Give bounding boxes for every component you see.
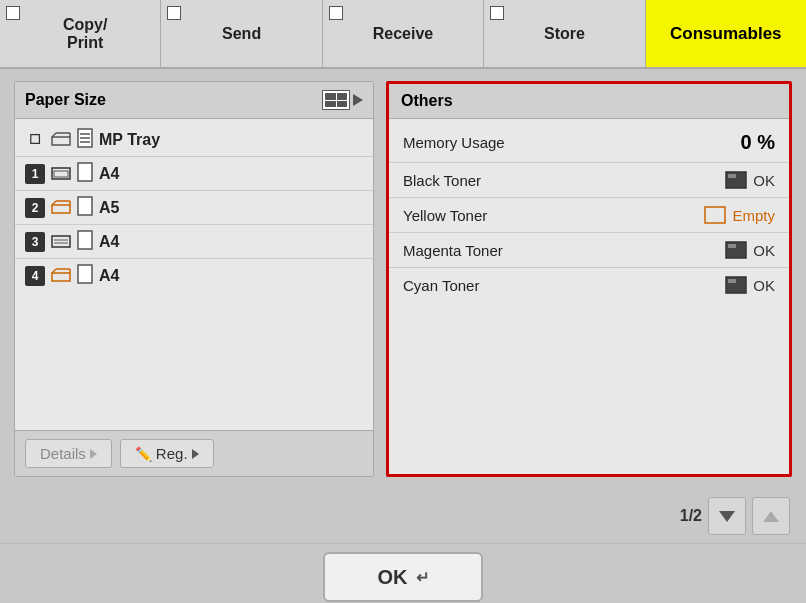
- black-toner-label: Black Toner: [403, 172, 725, 189]
- tab-copy-print-checkbox: [6, 6, 20, 20]
- magenta-toner-row: Magenta Toner OK: [389, 233, 789, 268]
- reg-chevron-icon: [192, 449, 199, 459]
- paper-size-title: Paper Size: [25, 91, 106, 109]
- svg-rect-26: [728, 174, 736, 178]
- tray-number-1: 1: [25, 164, 45, 184]
- ok-button[interactable]: OK ↵: [323, 552, 483, 602]
- yellow-toner-label: Yellow Toner: [403, 207, 704, 224]
- tray-list: ☐ MP Tra: [15, 119, 373, 430]
- tab-consumables-label: Consumables: [670, 24, 781, 44]
- tray-paper-icon-3: [77, 230, 93, 253]
- svg-rect-9: [54, 171, 68, 177]
- tab-store-checkbox: [490, 6, 504, 20]
- svg-rect-11: [52, 205, 70, 213]
- tab-store-label: Store: [544, 25, 585, 43]
- tray-paper-icon-1: [77, 162, 93, 185]
- tray-item-2[interactable]: 2 A5: [15, 191, 373, 225]
- tray-name-2: A5: [99, 199, 119, 217]
- yellow-toner-status: Empty: [732, 207, 775, 224]
- page-info: 1/2: [680, 507, 702, 525]
- cyan-toner-icon: [725, 276, 747, 294]
- tray-number-3: 3: [25, 232, 45, 252]
- tray-number-4: 4: [25, 266, 45, 286]
- tab-copy-print[interactable]: Copy/Print: [0, 0, 161, 67]
- tray-name-mp: MP Tray: [99, 131, 160, 149]
- black-toner-icon: [725, 171, 747, 189]
- pencil-icon: ✏️: [135, 446, 152, 462]
- others-panel: Others Memory Usage 0 % Black Toner OK: [386, 81, 792, 477]
- ok-checkmark-icon: ↵: [416, 568, 429, 587]
- tab-send[interactable]: Send: [161, 0, 322, 67]
- tray-number-2: 2: [25, 198, 45, 218]
- grid-icon: [322, 90, 350, 110]
- ok-bar: OK ↵: [0, 543, 806, 603]
- svg-rect-15: [78, 197, 92, 215]
- tray-name-4: A4: [99, 267, 119, 285]
- cyan-toner-row: Cyan Toner OK: [389, 268, 789, 302]
- tray-paper-icon-mp: [77, 128, 93, 151]
- chevron-up-icon: [763, 511, 779, 522]
- tray-item-3[interactable]: 3 A4: [15, 225, 373, 259]
- tray-icon-4: [51, 265, 71, 286]
- tray-name-3: A4: [99, 233, 119, 251]
- tab-copy-print-label: Copy/Print: [53, 16, 107, 52]
- tab-send-label: Send: [222, 25, 261, 43]
- tab-receive[interactable]: Receive: [323, 0, 484, 67]
- reg-button[interactable]: ✏️ Reg.: [120, 439, 214, 468]
- tray-name-1: A4: [99, 165, 119, 183]
- page-up-button[interactable]: [752, 497, 790, 535]
- tab-consumables[interactable]: Consumables: [646, 0, 806, 67]
- header-icon-group: [322, 90, 363, 110]
- svg-rect-16: [52, 236, 70, 247]
- tray-paper-icon-4: [77, 264, 93, 287]
- paper-size-header: Paper Size: [15, 82, 373, 119]
- black-toner-row: Black Toner OK: [389, 163, 789, 198]
- magenta-toner-icon: [725, 241, 747, 259]
- tab-receive-checkbox: [329, 6, 343, 20]
- details-label: Details: [40, 445, 86, 462]
- svg-rect-0: [52, 137, 70, 145]
- tab-store[interactable]: Store: [484, 0, 645, 67]
- memory-usage-row: Memory Usage 0 %: [389, 123, 789, 163]
- black-toner-status: OK: [753, 172, 775, 189]
- others-header: Others: [389, 84, 789, 119]
- cyan-toner-value: OK: [725, 276, 775, 294]
- others-content: Memory Usage 0 % Black Toner OK Yellow: [389, 119, 789, 474]
- tray-icon-1: [51, 163, 71, 184]
- tray-paper-icon-2: [77, 196, 93, 219]
- memory-usage-value: 0 %: [741, 131, 775, 154]
- svg-rect-31: [728, 279, 736, 283]
- tab-bar: Copy/Print Send Receive Store Consumable…: [0, 0, 806, 69]
- svg-rect-20: [52, 273, 70, 281]
- black-toner-value: OK: [725, 171, 775, 189]
- tray-item-mp[interactable]: ☐ MP Tra: [15, 123, 373, 157]
- magenta-toner-value: OK: [725, 241, 775, 259]
- others-title: Others: [401, 92, 453, 109]
- tray-icon-3: [51, 231, 71, 252]
- tray-icon-2: [51, 197, 71, 218]
- magenta-toner-status: OK: [753, 242, 775, 259]
- panel-footer: Details ✏️ Reg.: [15, 430, 373, 476]
- memory-usage-number: 0 %: [741, 131, 775, 154]
- tray-number-mp: ☐: [25, 130, 45, 150]
- arrow-right-icon: [353, 94, 363, 106]
- cyan-toner-label: Cyan Toner: [403, 277, 725, 294]
- svg-rect-10: [78, 163, 92, 181]
- tray-item-4[interactable]: 4 A4: [15, 259, 373, 292]
- magenta-toner-label: Magenta Toner: [403, 242, 725, 259]
- svg-rect-29: [728, 244, 736, 248]
- tray-item-1[interactable]: 1 A4: [15, 157, 373, 191]
- yellow-toner-value: Empty: [704, 206, 775, 224]
- reg-label: Reg.: [156, 445, 188, 462]
- page-down-button[interactable]: [708, 497, 746, 535]
- tab-send-checkbox: [167, 6, 181, 20]
- details-button[interactable]: Details: [25, 439, 112, 468]
- main-content: Paper Size ☐: [0, 69, 806, 489]
- svg-rect-24: [78, 265, 92, 283]
- details-chevron-icon: [90, 449, 97, 459]
- yellow-toner-icon: [704, 206, 726, 224]
- chevron-down-icon: [719, 511, 735, 522]
- ok-label: OK: [378, 566, 408, 589]
- yellow-toner-row: Yellow Toner Empty: [389, 198, 789, 233]
- memory-usage-label: Memory Usage: [403, 134, 741, 151]
